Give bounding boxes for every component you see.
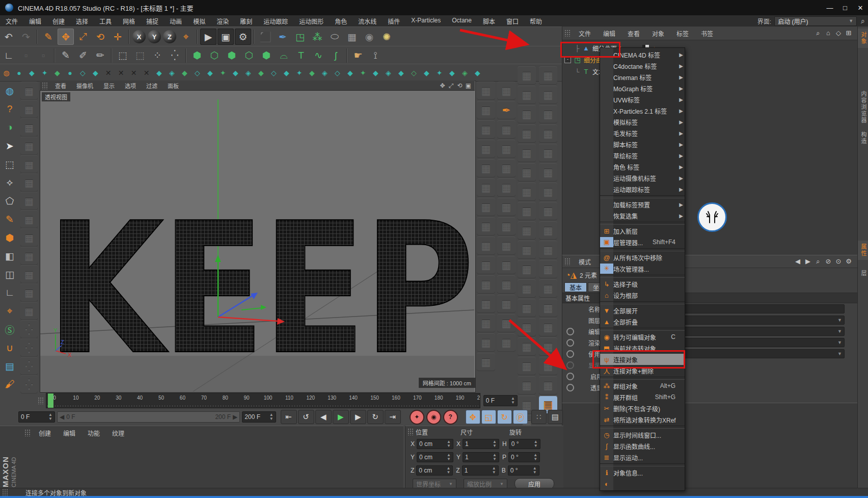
context-menu-item-草绘标签[interactable]: 草绘标签▶ [600, 150, 685, 161]
palette-icon[interactable]: ▦ [539, 357, 557, 375]
add-panel-icon[interactable]: ⊞ [844, 29, 854, 37]
radio-icon[interactable] [566, 328, 574, 335]
palette-icon[interactable]: ▦ [518, 357, 536, 375]
palette-icon[interactable]: ▦ [20, 82, 38, 100]
attribute-section-header[interactable]: 基本属性 [565, 294, 590, 302]
viewport-menu-过滤[interactable]: 过滤 [141, 82, 162, 90]
palette-icon[interactable]: ▦ [20, 265, 38, 283]
minimize-button[interactable]: — [822, 0, 837, 15]
palette-icon[interactable]: ▦ [20, 173, 38, 192]
poly-object-5-button[interactable]: ⬢ [258, 47, 275, 64]
sculpt-pen-2-button[interactable]: ✐ [75, 47, 91, 64]
context-menu-item-角色 标签[interactable]: 角色 标签▶ [600, 161, 685, 172]
om-menu-书签[interactable]: 书签 [695, 29, 719, 38]
context-menu-item-毛发标签[interactable]: 毛发标签▶ [600, 127, 685, 139]
scrub-left-arrow[interactable]: ◀ [60, 413, 64, 421]
menu-选择[interactable]: 选择 [70, 17, 94, 25]
add-pen-spline-button[interactable]: ✒ [275, 29, 291, 45]
om-menu-文件[interactable]: 文件 [573, 29, 597, 38]
radio-icon[interactable] [566, 361, 574, 369]
scale-tool-button[interactable]: ⤢ [75, 29, 91, 45]
xparticles-icon-21[interactable]: ◇ [268, 67, 280, 78]
palette-icon[interactable]: ▦ [497, 275, 516, 294]
xparticles-icon-26[interactable]: ◇ [332, 67, 343, 78]
play-forwards-button[interactable]: ▶ [333, 410, 349, 424]
palette-icon[interactable]: ▦ [497, 256, 516, 274]
rotation-field[interactable]: 0 °▲▼ [509, 439, 540, 449]
next-frame-button[interactable]: ▶ [350, 410, 366, 424]
side-tab-属性[interactable]: 属性 [858, 241, 868, 260]
context-menu-item-群组对象[interactable]: ⁂群组对象Alt+G [600, 380, 685, 391]
viewport-menu-查看[interactable]: 查看 [50, 82, 71, 90]
move-tool-button[interactable]: ✥ [58, 29, 74, 45]
sculpt-pen-1-button[interactable]: ✎ [58, 47, 74, 64]
palette-icon[interactable]: ▦ [477, 140, 495, 158]
render-to-picture-viewer-button[interactable]: ▣ [218, 29, 234, 45]
attribute-mode-menu[interactable]: 模式 [573, 257, 597, 266]
palette-icon[interactable]: ▦ [518, 221, 536, 240]
record-scale-toggle[interactable]: ◱ [481, 410, 496, 424]
position-field[interactable]: 0 cm▲▼ [417, 452, 453, 462]
context-menu-item-UVW标签[interactable]: UVW标签▶ [600, 94, 685, 105]
polygon-selection-button[interactable]: ⬠ [1, 192, 18, 210]
add-primitive-cube-button[interactable]: ⬛ [257, 29, 274, 45]
scale-mode-dropdown[interactable]: 缩放比例▼ [464, 479, 507, 489]
palette-icon[interactable]: ▦ [539, 182, 557, 201]
menu-Octane[interactable]: Octane [446, 17, 477, 25]
rotation-field[interactable]: 0 °▲▼ [508, 465, 539, 476]
palette-icon[interactable]: ⁛ [20, 357, 38, 375]
palette-icon[interactable]: ▦ [539, 337, 557, 356]
arrow-right-icon[interactable]: ▶ [803, 257, 813, 266]
xparticles-icon-22[interactable]: ◆ [281, 67, 292, 78]
viewport-view-label[interactable]: 透视视图 [42, 92, 70, 101]
context-menu-item-脚本标签[interactable]: 脚本标签▶ [600, 139, 685, 150]
close-button[interactable]: ✕ [853, 0, 868, 15]
palette-icon[interactable]: ▦ [539, 124, 557, 143]
record-position-toggle[interactable]: ✥ [466, 410, 480, 424]
xparticles-icon-11[interactable]: ✕ [141, 67, 152, 78]
panel-grip[interactable] [24, 429, 31, 436]
size-field[interactable]: 1▲▼ [462, 465, 499, 476]
lock-z-axis-button[interactable]: Z [163, 30, 176, 43]
viewport-menu-面板[interactable]: 面板 [162, 82, 184, 90]
xparticles-icon-0[interactable]: ◍ [1, 67, 12, 78]
palette-icon[interactable]: ▦ [497, 198, 516, 216]
palette-icon[interactable]: ▦ [497, 82, 516, 100]
palette-icon[interactable]: ▦ [539, 66, 557, 85]
context-menu-item-模拟标签[interactable]: 模拟标签▶ [600, 116, 685, 127]
goto-start-button[interactable]: ⇤ [281, 410, 297, 424]
context-menu-item-全部折叠[interactable]: ▲全部折叠 [600, 316, 685, 327]
palette-icon[interactable]: ▦ [518, 163, 536, 181]
palette-icon[interactable]: ▦ [539, 144, 557, 162]
context-menu-item-对象信息...[interactable]: ℹ对象信息... [600, 467, 685, 478]
simulation-sphere-button[interactable]: ◑ [1, 118, 18, 137]
context-menu-item-场次管理器...[interactable]: ✳场次管理器... [600, 263, 685, 274]
panel-grip[interactable] [564, 258, 571, 265]
palette-icon[interactable]: ▦ [477, 275, 495, 294]
palette-icon[interactable]: ▦ [518, 86, 536, 104]
play-backwards-button[interactable]: ↺ [298, 410, 314, 424]
palette-icon[interactable]: ▦ [518, 260, 536, 278]
palette-icon[interactable]: ▦ [539, 86, 557, 104]
palette-icon[interactable]: ▦ [477, 256, 495, 274]
viewport-menu-选项[interactable]: 选项 [120, 82, 141, 90]
keyframe-presets-button[interactable]: ∷ [531, 410, 547, 424]
cube-face-mode-button[interactable]: ◧ [1, 247, 18, 265]
palette-icon[interactable]: ▦ [477, 120, 495, 139]
xparticles-icon-32[interactable]: ◇ [408, 67, 420, 78]
lock-x-axis-button[interactable]: X [132, 30, 146, 43]
home-icon[interactable]: ⌂ [823, 29, 833, 37]
context-menu-item-加载标签预置[interactable]: 加载标签预置▶ [600, 199, 685, 210]
context-menu-item[interactable]: ◐ [600, 478, 685, 489]
menu-运动跟踪[interactable]: 运动跟踪 [258, 17, 293, 25]
context-menu-item-X-Particles 2.1 标签[interactable]: X-Particles 2.1 标签▶ [600, 105, 685, 116]
menu-文件[interactable]: 文件 [0, 17, 23, 25]
palette-icon[interactable]: ▦ [518, 299, 536, 317]
palette-icon[interactable]: ▦ [518, 202, 536, 220]
xparticles-icon-18[interactable]: ◆ [230, 67, 241, 78]
menu-窗口[interactable]: 窗口 [501, 17, 524, 25]
sculpt-pen-3-button[interactable]: ✏ [92, 47, 108, 64]
palette-icon[interactable]: ▦ [497, 333, 516, 352]
live-selection-button[interactable]: ➤ [1, 137, 18, 155]
position-field[interactable]: 0 cm▲▼ [416, 465, 453, 476]
